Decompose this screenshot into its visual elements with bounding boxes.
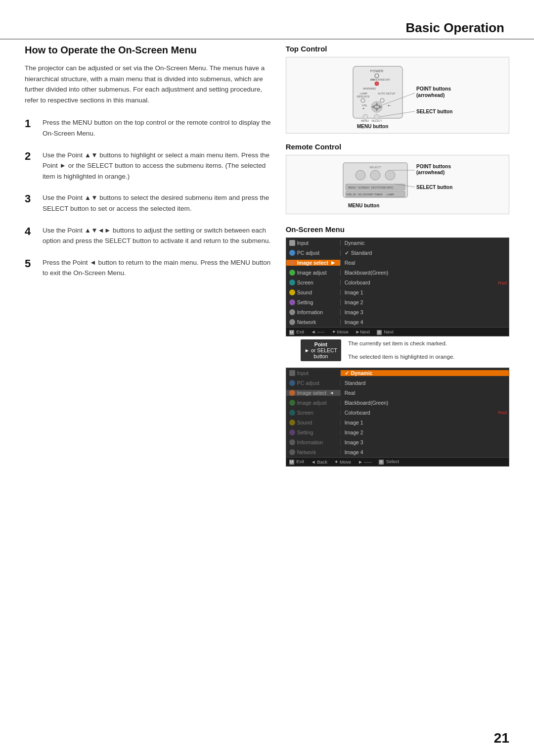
svg-text:MENU: MENU — [348, 186, 356, 189]
callout-area: Point ► or SELECT button The currently s… — [296, 339, 509, 362]
svg-point-33 — [370, 170, 380, 180]
top-control-svg: POWER I/O ON/STAND-BY WARNING LAMP REPLA… — [323, 62, 472, 134]
menu-key-2: M — [289, 460, 294, 465]
network-icon — [289, 319, 295, 325]
step-3-num: 3 — [25, 192, 36, 205]
menu-right-2-image1: Image 1 — [341, 420, 509, 425]
menu-row-imageselect: Image select ▶ Real — [286, 258, 509, 268]
screen-icon — [289, 280, 295, 285]
step-1-num: 1 — [25, 117, 36, 130]
step-3-text: Use the Point ▲▼ buttons to select the d… — [43, 192, 271, 214]
svg-text:MENU button: MENU button — [348, 203, 379, 208]
menu-row-network: Network Image 4 — [286, 317, 509, 327]
menu-item-2-imageselect: Image select ◄ — [286, 390, 341, 396]
menu-row-2-info: Information Image 3 — [286, 437, 509, 447]
menu-row-2-imageadjust: Image adjust Blackboard(Green) — [286, 398, 509, 408]
remote-control-section: Remote Control SELECT MENU SCREEN — [286, 142, 509, 214]
menu-item-2-setting: Setting — [286, 429, 341, 435]
svg-text:FRE ZE: FRE ZE — [347, 193, 356, 196]
input-icon — [289, 240, 295, 246]
step-5: 5 Press the Point ◄ button to return to … — [25, 257, 271, 279]
menu-item-setting: Setting — [286, 299, 341, 305]
menu-item-2-input: Input — [286, 370, 341, 376]
menu-row-pcadjust: PC adjust ✓Standard — [286, 248, 509, 258]
menu-footer-back-1: ◄ ----- — [311, 329, 325, 334]
callout-left: Point ► or SELECT button — [296, 339, 341, 361]
menu-right-2-standard: Standard — [341, 380, 509, 386]
menu-row-screen: Screen Colorboard Red — [286, 278, 509, 287]
step-4-text: Use the Point ▲▼◄► buttons to adjust the… — [43, 225, 271, 246]
menu-row-2-pcadjust: PC adjust Standard — [286, 378, 509, 388]
menu-item-2-screen: Screen — [286, 410, 341, 416]
menu-footer-next-1: ►Next — [356, 329, 370, 334]
menu-row-input: Input Dynamic — [286, 238, 509, 248]
menu-right-2-real: Real — [341, 390, 509, 396]
menu-right-dynamic: Dynamic — [341, 240, 509, 246]
imageselect-icon-2 — [289, 390, 295, 396]
menu-item-screen: Screen — [286, 280, 341, 285]
svg-text:AUTO SETUP: AUTO SETUP — [378, 92, 395, 95]
menu-row-2-input: Input ✓Dynamic — [286, 368, 509, 378]
select-key-1: S — [377, 330, 382, 335]
step-4: 4 Use the Point ▲▼◄► buttons to adjust t… — [25, 225, 271, 246]
menu-right-blackboard: Blackboard(Green) — [341, 270, 509, 276]
menu-right-2-image3: Image 3 — [341, 439, 509, 445]
network-icon-2 — [289, 449, 295, 455]
callout-button-wrapper: Point ► or SELECT button — [301, 339, 341, 361]
imageadjust-icon-2 — [289, 400, 295, 406]
menu-row-2-imageselect: Image select ◄ Real — [286, 388, 509, 398]
page-header: Basic Operation — [0, 0, 534, 40]
step-4-num: 4 — [25, 225, 36, 238]
remote-control-title: Remote Control — [286, 142, 509, 151]
svg-text:NO SHOW: NO SHOW — [358, 193, 372, 196]
left-column: How to Operate the On-Screen Menu The pr… — [25, 45, 271, 726]
callout-text-1: The currently set item is check marked. — [348, 339, 509, 348]
svg-text:SELECT button: SELECT button — [416, 109, 452, 114]
page-title: Basic Operation — [406, 20, 504, 36]
main-content: How to Operate the On-Screen Menu The pr… — [25, 45, 509, 726]
svg-point-34 — [385, 170, 395, 180]
svg-text:●+: ●+ — [388, 104, 391, 107]
step-1-text: Press the MENU button on the top control… — [43, 117, 271, 139]
step-2-num: 2 — [25, 150, 36, 163]
menu-right-colorboard: Colorboard Red — [341, 280, 509, 285]
step-2: 2 Use the Point ▲▼ buttons to highlight … — [25, 150, 271, 182]
svg-text:POINT buttons: POINT buttons — [416, 86, 451, 92]
svg-text:SELECT button: SELECT button — [416, 185, 452, 190]
menu-mockup-2: Input ✓Dynamic PC adjust Standard — [286, 368, 509, 467]
info-icon-2 — [289, 439, 295, 445]
menu-right-2-image4: Image 4 — [341, 449, 509, 455]
step-1: 1 Press the MENU button on the top contr… — [25, 117, 271, 139]
page-number: 21 — [494, 730, 509, 746]
red-label-1: Red — [498, 280, 507, 285]
menu-item-input: Input — [286, 240, 341, 246]
intro-text: The projector can be adjusted or set via… — [25, 63, 271, 105]
section-title: How to Operate the On-Screen Menu — [25, 45, 271, 56]
menu-right-2-blackboard: Blackboard(Green) — [341, 400, 509, 406]
step-2-text: Use the Point ▲▼ buttons to highlight or… — [43, 150, 271, 182]
menu-item-imageadjust: Image adjust — [286, 270, 341, 276]
top-control-diagram-box: POWER I/O ON/STAND-BY WARNING LAMP REPLA… — [286, 57, 509, 134]
svg-text:REPLACE: REPLACE — [357, 95, 370, 98]
svg-point-20 — [363, 114, 368, 119]
sound-icon-2 — [289, 420, 295, 425]
menu-right-2-image2: Image 2 — [341, 429, 509, 435]
svg-text:WARNING: WARNING — [363, 87, 376, 90]
sound-icon — [289, 289, 295, 295]
svg-text:(arrowhead): (arrowhead) — [416, 93, 445, 98]
menu-footer-next-2: ► ----- — [358, 459, 372, 465]
menu-item-2-pcadjust: PC adjust — [286, 380, 341, 386]
svg-text:-●: -● — [362, 107, 364, 110]
menu-footer-move-2: ✦ Move — [334, 459, 351, 465]
step-5-num: 5 — [25, 257, 36, 270]
top-control-section: Top Control POWER I/O ON/STAND-BY WARNIN… — [286, 45, 509, 134]
menu-right-image1: Image 1 — [341, 289, 509, 295]
svg-point-5 — [375, 82, 379, 86]
menu-row-2-network: Network Image 4 — [286, 447, 509, 457]
menu-right-image3: Image 3 — [341, 309, 509, 315]
menu-right-image4: Image 4 — [341, 319, 509, 325]
menu-footer-2: M Exit ◄ Back ✦ Move ► ----- S Select — [286, 457, 509, 466]
menu-footer-move-1: ✦ Move — [332, 329, 349, 334]
svg-point-21 — [374, 114, 379, 119]
svg-text:POINT buttons: POINT buttons — [416, 164, 451, 169]
